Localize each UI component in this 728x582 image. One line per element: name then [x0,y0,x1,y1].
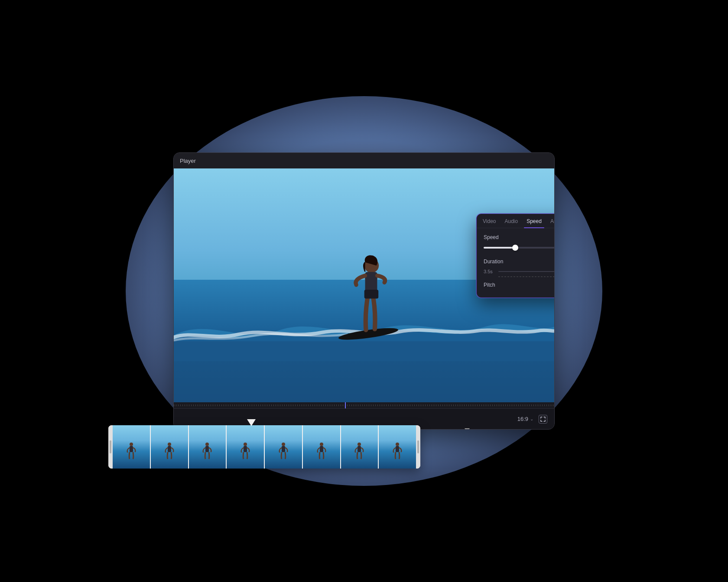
connector-arrow [465,428,470,430]
aspect-ratio-selector[interactable]: 16:9 ⌄ [517,416,533,422]
mini-surfer-2 [165,442,174,460]
filmstrip-frame [379,425,416,469]
filmstrip-handle-left[interactable] [108,425,113,469]
playhead-line [345,402,346,408]
filmstrip-frames [113,425,416,469]
svg-rect-18 [320,446,323,452]
svg-rect-20 [358,446,361,452]
tab-video[interactable]: Video [478,214,500,228]
svg-point-0 [338,326,399,343]
speed-row: Speed 1.5x [484,234,555,252]
speed-label: Speed [484,234,555,240]
duration-row-inner: 3.5s → 3.5s [484,268,555,275]
svg-point-11 [205,443,209,446]
surfer-figure [334,233,403,346]
svg-rect-16 [282,446,285,452]
filmstrip-frame [227,425,264,469]
mini-surfer-1 [127,442,136,460]
aspect-ratio-label: 16:9 [517,416,528,422]
playhead-triangle [247,419,256,426]
pitch-label: Pitch [484,282,495,288]
svg-rect-12 [205,446,209,452]
fullscreen-button[interactable] [539,415,547,424]
speed-slider-fill [484,247,515,249]
svg-point-7 [130,443,133,446]
svg-rect-14 [244,446,247,452]
speed-slider-track[interactable] [484,247,555,249]
svg-point-19 [358,443,361,446]
player-window: Player [173,152,555,430]
filmstrip-frame [113,425,150,469]
speed-slider-thumb[interactable] [512,245,518,251]
player-title-bar: Player [174,153,554,168]
svg-point-21 [396,443,399,446]
svg-point-9 [168,443,171,446]
pitch-row: Pitch [484,282,555,291]
filmstrip-container [108,425,420,469]
filmstrip-frame [303,425,340,469]
timeline-ticks [174,404,554,406]
svg-rect-10 [168,446,171,452]
tab-speed[interactable]: Speed [522,214,546,228]
mini-surfer-7 [354,442,364,460]
settings-tabs: Video Audio Speed Animation [477,214,555,228]
svg-rect-8 [130,446,133,452]
settings-panel: Video Audio Speed Animation Speed [476,213,555,298]
mini-surfer-8 [393,442,402,460]
duration-track[interactable] [498,271,555,272]
filmstrip-frame [189,425,226,469]
tab-animation[interactable]: Animation [546,214,555,228]
connector-line [467,429,468,430]
mini-surfer-3 [202,442,212,460]
filmstrip-handle-right[interactable] [416,425,420,469]
main-container: Player [126,79,602,503]
mini-surfer-5 [279,442,288,460]
mini-surfer-4 [240,442,250,460]
speed-slider-row: 1.5x [484,244,555,252]
filmstrip-frame [265,425,302,469]
svg-rect-22 [396,446,399,452]
player-title: Player [180,158,196,164]
tab-audio[interactable]: Audio [500,214,522,228]
duration-row: Duration 3.5s → 3.5s [484,259,555,275]
svg-point-17 [320,443,323,446]
svg-point-13 [244,443,247,446]
duration-start: 3.5s [484,269,496,274]
mini-surfer-6 [317,442,326,460]
svg-point-15 [282,443,285,446]
player-timeline [174,402,554,408]
aspect-chevron-icon: ⌄ [530,417,533,421]
settings-body: Speed 1.5x Duration 3.5s [477,228,555,297]
duration-dashes [498,276,555,277]
filmstrip-frame [151,425,188,469]
fullscreen-icon [540,417,546,422]
duration-label: Duration [484,259,555,265]
filmstrip-frame [341,425,378,469]
svg-rect-4 [364,290,378,298]
